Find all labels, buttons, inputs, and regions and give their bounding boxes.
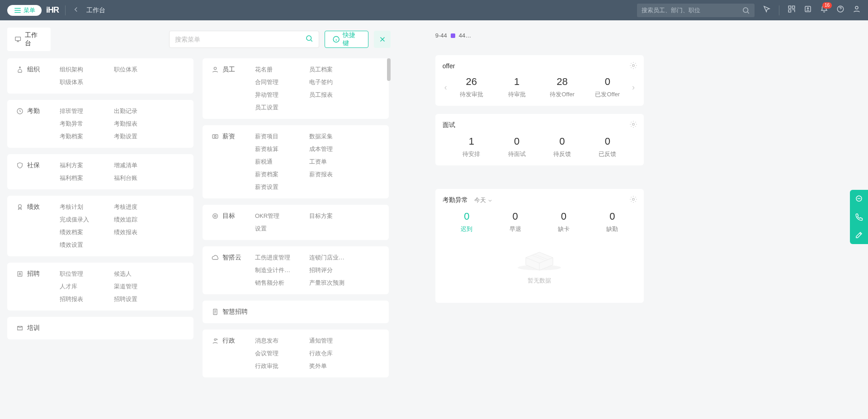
menu-category[interactable]: 组织 <box>16 66 49 86</box>
menu-link[interactable]: 完成值录入 <box>60 216 103 224</box>
global-search-input[interactable] <box>637 4 755 17</box>
menu-category[interactable]: 社保 <box>16 161 49 182</box>
menu-link[interactable]: 员工设置 <box>255 104 298 112</box>
menu-link[interactable]: 花名册 <box>255 66 298 74</box>
menu-link[interactable]: 福利台账 <box>114 174 157 182</box>
menu-link[interactable]: 成本管理 <box>309 145 353 153</box>
menu-link[interactable]: 考勤报表 <box>114 120 157 128</box>
menu-link[interactable]: 会议管理 <box>255 349 298 358</box>
menu-category[interactable]: 考勤 <box>16 107 49 141</box>
chevron-left-icon[interactable]: ‹ <box>443 83 449 92</box>
close-menu-button[interactable] <box>374 31 391 48</box>
menu-link[interactable]: 职位管理 <box>60 270 103 278</box>
menu-link[interactable]: 薪资报表 <box>309 170 353 179</box>
menu-link[interactable]: 通知管理 <box>309 337 353 345</box>
menu-link[interactable]: 福利档案 <box>60 174 103 182</box>
menu-scrollbar[interactable] <box>387 58 391 81</box>
menu-link[interactable]: 考勤档案 <box>60 132 103 141</box>
menu-column-b[interactable]: 员工花名册员工档案合同管理电子签约异动管理员工报表员工设置薪资薪资项目数据采集薪… <box>203 58 391 412</box>
attendance-stat-2[interactable]: 0缺卡 <box>539 211 588 233</box>
menu-link[interactable]: OKR管理 <box>255 212 298 220</box>
menu-link[interactable]: 福利方案 <box>60 161 103 169</box>
offer-stat-1[interactable]: 1待审批 <box>494 76 539 99</box>
float-edit-button[interactable] <box>850 226 868 244</box>
menu-link[interactable]: 候选人 <box>114 270 157 278</box>
chevron-right-icon[interactable]: › <box>630 83 637 92</box>
menu-category[interactable]: 智搭云 <box>212 254 244 287</box>
menu-link[interactable]: 员工报表 <box>309 91 353 99</box>
menu-link[interactable]: 连锁门店业… <box>309 254 353 262</box>
workbench-chip[interactable]: 工作台 <box>7 28 51 51</box>
card-settings-icon[interactable] <box>629 120 637 130</box>
menu-search-input[interactable] <box>175 36 305 43</box>
search-icon[interactable] <box>742 6 750 16</box>
menu-category[interactable]: 目标 <box>212 212 244 233</box>
back-icon[interactable] <box>72 5 80 15</box>
qr-icon[interactable] <box>788 5 796 15</box>
menu-category[interactable]: 员工 <box>212 66 244 112</box>
menu-link[interactable]: 行政审批 <box>255 362 298 370</box>
interview-stat-3[interactable]: 0已反馈 <box>585 136 630 158</box>
menu-column-a[interactable]: 组织组织架构职位体系职级体系考勤排班管理出勤记录考勤异常考勤报表考勤档案考勤设置… <box>7 58 195 412</box>
search-icon[interactable] <box>305 34 313 44</box>
menu-link[interactable]: 目标方案 <box>309 212 353 220</box>
menu-link[interactable]: 绩效档案 <box>60 228 103 236</box>
menu-link[interactable]: 人才库 <box>60 282 103 291</box>
float-chat-button[interactable] <box>850 190 868 208</box>
menu-link[interactable]: 薪资档案 <box>255 170 298 179</box>
menu-link[interactable]: 工资单 <box>309 158 353 166</box>
menu-category[interactable]: 绩效 <box>16 203 49 249</box>
logo[interactable]: iHR <box>46 5 59 15</box>
menu-link[interactable]: 设置 <box>255 225 298 233</box>
menu-link[interactable]: 消息发布 <box>255 337 298 345</box>
menu-link[interactable]: 出勤记录 <box>114 107 157 115</box>
float-phone-button[interactable] <box>850 208 868 226</box>
menu-category[interactable]: 招聘 <box>16 270 49 303</box>
menu-search[interactable] <box>169 31 319 48</box>
menu-link[interactable]: 奖外单 <box>309 362 353 370</box>
menu-link[interactable]: 考勤设置 <box>114 132 157 141</box>
menu-category[interactable]: 智慧招聘 <box>212 308 248 316</box>
menu-link[interactable]: 职位体系 <box>114 66 157 74</box>
menu-link[interactable]: 工伤进度管理 <box>255 254 298 262</box>
interview-stat-0[interactable]: 1待安排 <box>449 136 494 158</box>
menu-link[interactable]: 招聘设置 <box>114 295 157 303</box>
menu-link[interactable]: 薪资核算 <box>255 145 298 153</box>
menu-link[interactable]: 增减清单 <box>114 161 157 169</box>
card-settings-icon[interactable] <box>629 61 637 71</box>
menu-link[interactable]: 绩效设置 <box>60 241 103 249</box>
menu-link[interactable]: 数据采集 <box>309 132 353 141</box>
menu-link[interactable]: 合同管理 <box>255 78 298 86</box>
cursor-icon[interactable] <box>763 5 771 15</box>
menu-link[interactable]: 电子签约 <box>309 78 353 86</box>
shortcut-button[interactable]: 快捷键 <box>325 31 369 48</box>
attendance-period-dropdown[interactable]: 今天 <box>474 196 493 204</box>
help-icon[interactable] <box>836 5 844 15</box>
menu-link[interactable]: 制造业计件… <box>255 266 298 274</box>
menu-link[interactable]: 绩效报表 <box>114 228 157 236</box>
menu-link[interactable]: 销售额分析 <box>255 279 298 287</box>
menu-link[interactable]: 招聘报表 <box>60 295 103 303</box>
menu-link[interactable]: 组织架构 <box>60 66 103 74</box>
offer-stat-2[interactable]: 28待发Offer <box>539 76 585 99</box>
bell-icon[interactable]: 16 <box>820 5 828 15</box>
menu-link[interactable]: 薪资项目 <box>255 132 298 141</box>
interview-stat-1[interactable]: 0待面试 <box>494 136 539 158</box>
attendance-stat-3[interactable]: 0缺勤 <box>588 211 637 233</box>
menu-link[interactable]: 招聘评分 <box>309 266 353 274</box>
menu-link[interactable]: 产量班次预测 <box>309 279 353 287</box>
attendance-stat-1[interactable]: 0早退 <box>491 211 539 233</box>
menu-link[interactable]: 排班管理 <box>60 107 103 115</box>
menu-link[interactable]: 异动管理 <box>255 91 298 99</box>
menu-category[interactable]: 薪资 <box>212 132 244 191</box>
user-icon[interactable] <box>853 5 861 15</box>
menu-category[interactable]: 培训 <box>16 324 49 332</box>
interview-stat-2[interactable]: 0待反馈 <box>539 136 585 158</box>
menu-category[interactable]: 行政 <box>212 337 244 370</box>
menu-link[interactable]: 行政仓库 <box>309 349 353 358</box>
menu-link[interactable]: 职级体系 <box>60 78 103 86</box>
menu-link[interactable]: 考核进度 <box>114 203 157 211</box>
offer-stat-3[interactable]: 0已发Offer <box>585 76 630 99</box>
menu-link[interactable]: 考核计划 <box>60 203 103 211</box>
menu-link[interactable]: 薪税通 <box>255 158 298 166</box>
